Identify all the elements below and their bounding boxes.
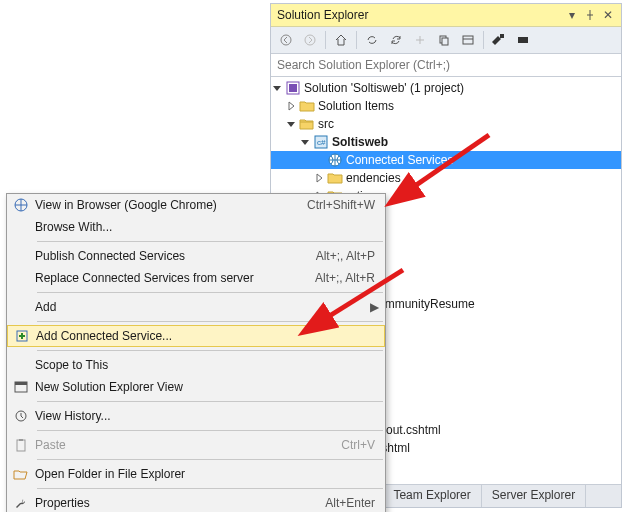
panel-toolbar (271, 27, 621, 54)
menu-item-paste: PasteCtrl+V (7, 434, 385, 456)
menu-item-label: View in Browser (Google Chrome) (35, 198, 307, 212)
solution-items-node[interactable]: Solution Items (271, 97, 621, 115)
refresh-icon[interactable] (385, 30, 407, 50)
folder-icon (299, 116, 315, 132)
menu-item-label: Scope to This (35, 358, 385, 372)
menu-item-label: Add Connected Service... (36, 329, 384, 343)
close-icon[interactable]: ✕ (599, 7, 617, 23)
menu-item-view-history[interactable]: View History... (7, 405, 385, 427)
tab-server-explorer[interactable]: Server Explorer (482, 485, 586, 507)
submenu-arrow-icon: ▶ (370, 300, 379, 314)
connected-services-icon (327, 152, 343, 168)
menu-item-label: Add (35, 300, 385, 314)
svg-point-1 (305, 35, 315, 45)
folder-open-icon (7, 468, 35, 480)
context-menu: View in Browser (Google Chrome)Ctrl+Shif… (6, 193, 386, 512)
panel-title: Solution Explorer (277, 8, 563, 22)
node-label: endencies (346, 169, 401, 187)
search-box[interactable] (271, 54, 621, 77)
menu-separator (37, 241, 383, 242)
folder-icon (299, 98, 315, 114)
menu-separator (37, 321, 383, 322)
sync-icon[interactable] (361, 30, 383, 50)
globe-icon (7, 198, 35, 212)
twisty-icon[interactable] (299, 136, 311, 148)
menu-item-shortcut: Ctrl+Shift+W (307, 198, 385, 212)
connected-services-node[interactable]: Connected Services (271, 151, 621, 169)
menu-item-shortcut: Ctrl+V (341, 438, 385, 452)
wrench-icon (7, 496, 35, 510)
svg-rect-6 (518, 37, 528, 43)
svg-rect-3 (442, 38, 448, 45)
svg-text:c#: c# (317, 138, 326, 147)
preview-icon[interactable] (512, 30, 534, 50)
menu-separator (37, 401, 383, 402)
history-icon (7, 409, 35, 423)
menu-separator (37, 488, 383, 489)
paste-icon (7, 438, 35, 452)
menu-item-publish-connected-services[interactable]: Publish Connected ServicesAlt+;, Alt+P (7, 245, 385, 267)
solution-icon (285, 80, 301, 96)
csproj-icon: c# (313, 134, 329, 150)
menu-item-shortcut: Alt+;, Alt+R (315, 271, 385, 285)
menu-item-view-in-browser-google-chrome[interactable]: View in Browser (Google Chrome)Ctrl+Shif… (7, 194, 385, 216)
menu-item-label: Publish Connected Services (35, 249, 316, 263)
src-folder-node[interactable]: src (271, 115, 621, 133)
twisty-icon[interactable] (271, 82, 283, 94)
menu-item-label: Replace Connected Services from server (35, 271, 315, 285)
back-icon[interactable] (275, 30, 297, 50)
properties-icon[interactable] (488, 30, 510, 50)
menu-item-label: Paste (35, 438, 341, 452)
svg-rect-19 (17, 440, 25, 451)
svg-rect-8 (289, 84, 297, 92)
menu-item-scope-to-this[interactable]: Scope to This (7, 354, 385, 376)
solution-node[interactable]: Solution 'Soltisweb' (1 project) (271, 79, 621, 97)
menu-item-label: New Solution Explorer View (35, 380, 385, 394)
node-label: Connected Services (346, 151, 453, 169)
twisty-icon[interactable] (285, 100, 297, 112)
folder-node[interactable]: endencies (271, 169, 621, 187)
copy-icon[interactable] (433, 30, 455, 50)
svg-rect-17 (15, 382, 27, 385)
menu-item-browse-with[interactable]: Browse With... (7, 216, 385, 238)
menu-separator (37, 430, 383, 431)
twisty-icon[interactable] (313, 172, 325, 184)
svg-rect-20 (19, 439, 23, 441)
menu-item-label: Browse With... (35, 220, 385, 234)
panel-titlebar[interactable]: Solution Explorer ▾ ✕ (271, 4, 621, 27)
home-icon[interactable] (330, 30, 352, 50)
menu-separator (37, 459, 383, 460)
forward-icon[interactable] (299, 30, 321, 50)
menu-item-replace-connected-services-from-server[interactable]: Replace Connected Services from serverAl… (7, 267, 385, 289)
svg-rect-5 (500, 34, 504, 38)
search-input[interactable] (271, 54, 621, 76)
node-label: Solution 'Soltisweb' (1 project) (304, 79, 464, 97)
folder-icon (327, 170, 343, 186)
svg-rect-4 (463, 36, 473, 44)
menu-item-shortcut: Alt+;, Alt+P (316, 249, 385, 263)
node-label: Soltisweb (332, 133, 388, 151)
menu-item-label: Open Folder in File Explorer (35, 467, 385, 481)
menu-item-add[interactable]: Add▶ (7, 296, 385, 318)
dropdown-icon[interactable]: ▾ (563, 7, 581, 23)
twisty-icon[interactable] (313, 154, 325, 166)
project-node[interactable]: c#Soltisweb (271, 133, 621, 151)
menu-item-label: View History... (35, 409, 385, 423)
menu-separator (37, 350, 383, 351)
twisty-icon[interactable] (285, 118, 297, 130)
collapse-icon[interactable] (409, 30, 431, 50)
menu-item-properties[interactable]: PropertiesAlt+Enter (7, 492, 385, 512)
show-all-icon[interactable] (457, 30, 479, 50)
menu-item-add-connected-service[interactable]: Add Connected Service... (7, 325, 385, 347)
window-icon (7, 380, 35, 394)
menu-item-new-solution-explorer-view[interactable]: New Solution Explorer View (7, 376, 385, 398)
node-label: src (318, 115, 334, 133)
node-label: Solution Items (318, 97, 394, 115)
tab-team-explorer[interactable]: Team Explorer (383, 485, 481, 507)
menu-separator (37, 292, 383, 293)
pin-icon[interactable] (581, 7, 599, 23)
plus-icon (8, 329, 36, 343)
menu-item-open-folder-in-file-explorer[interactable]: Open Folder in File Explorer (7, 463, 385, 485)
menu-item-shortcut: Alt+Enter (325, 496, 385, 510)
svg-point-0 (281, 35, 291, 45)
